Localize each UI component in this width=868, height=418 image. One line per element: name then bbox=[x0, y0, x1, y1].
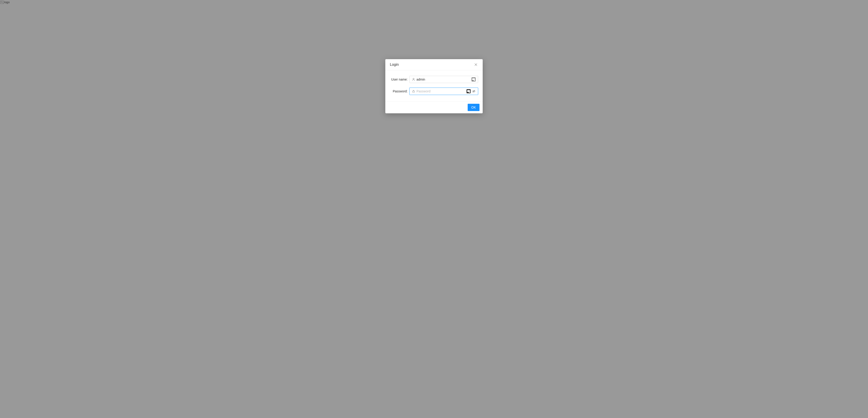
login-modal: Login User name: bbox=[385, 59, 483, 113]
close-icon bbox=[474, 63, 477, 66]
password-row: Password: bbox=[390, 88, 478, 95]
lock-icon bbox=[412, 90, 415, 93]
username-input[interactable] bbox=[416, 76, 471, 83]
modal-footer: OK bbox=[385, 101, 483, 113]
eye-invisible-icon[interactable] bbox=[472, 89, 476, 93]
modal-overlay: Login User name: bbox=[0, 0, 868, 418]
password-input[interactable] bbox=[416, 88, 467, 95]
svg-point-14 bbox=[468, 91, 468, 91]
username-row: User name: bbox=[390, 76, 478, 83]
modal-title: Login bbox=[390, 63, 399, 67]
svg-point-7 bbox=[473, 79, 473, 80]
modal-header: Login bbox=[385, 59, 483, 70]
modal-body: User name: bbox=[385, 70, 483, 101]
svg-point-16 bbox=[469, 91, 469, 91]
svg-point-15 bbox=[468, 91, 469, 91]
ok-button[interactable]: OK bbox=[468, 104, 479, 111]
close-button[interactable] bbox=[473, 62, 478, 67]
svg-point-9 bbox=[474, 79, 474, 80]
svg-point-8 bbox=[473, 79, 473, 80]
svg-rect-12 bbox=[413, 91, 414, 92]
svg-point-5 bbox=[413, 78, 414, 80]
username-label: User name: bbox=[390, 78, 408, 81]
password-input-wrapper[interactable]: 2 bbox=[409, 88, 478, 95]
user-icon bbox=[412, 78, 415, 81]
username-input-wrapper[interactable]: 2 bbox=[409, 76, 478, 83]
password-label: Password: bbox=[390, 89, 408, 93]
browser-credential-icon[interactable]: 2 bbox=[471, 78, 476, 82]
browser-credential-icon[interactable]: 2 bbox=[467, 89, 471, 93]
